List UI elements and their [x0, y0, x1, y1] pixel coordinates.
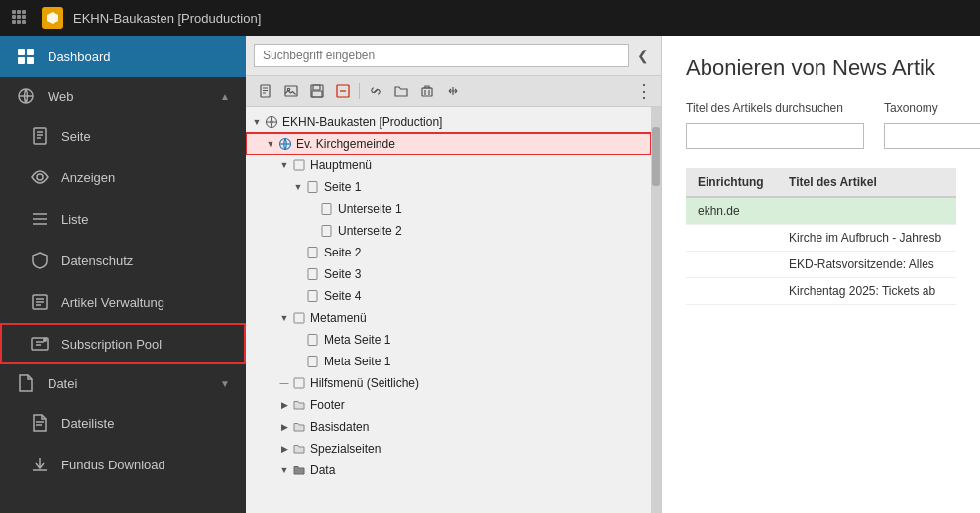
svg-rect-26	[308, 291, 317, 302]
tree-node-unterseite1-label: Unterseite 1	[338, 202, 402, 216]
sidebar-item-fundus-download[interactable]: Fundus Download	[0, 444, 246, 485]
col-einrichtung: Einrichtung	[686, 168, 777, 197]
folder-button[interactable]	[389, 80, 413, 102]
tree-node-seite1[interactable]: ▼ Seite 1	[246, 176, 651, 198]
sidebar-item-dashboard-label: Dashboard	[48, 50, 111, 64]
table-row[interactable]: Kirche im Aufbruch - Jahresb	[686, 225, 956, 252]
svg-rect-30	[294, 378, 304, 388]
delete-red-button[interactable]	[331, 80, 355, 102]
svg-rect-15	[312, 91, 322, 97]
filter-group-title: Titel des Artikels durchsuchen	[686, 101, 864, 149]
collapse-button[interactable]: ❮	[633, 46, 653, 65]
file-section-icon	[16, 373, 36, 393]
sidebar-section-web[interactable]: Web ▲	[0, 77, 246, 115]
arrow-icon: ▼	[277, 158, 291, 172]
tree-node-seite2[interactable]: ▶ Seite 2	[246, 242, 651, 263]
page-icon	[319, 223, 335, 239]
chevron-down-icon: ▼	[220, 378, 230, 389]
tree-node-unterseite1[interactable]: ▶ Unterseite 1	[246, 198, 651, 220]
tree-node-metamenu[interactable]: ▼ Metamenü	[246, 307, 651, 329]
folder-icon	[291, 441, 307, 457]
svg-rect-23	[322, 226, 331, 237]
app-title: EKHN-Baukasten [Produduction]	[73, 11, 261, 26]
sidebar: Dashboard Web ▲ Seite Anzeigen	[0, 36, 246, 513]
tree-node-unterseite2[interactable]: ▶ Unterseite 2	[246, 220, 651, 242]
titlebar: EKHN-Baukasten [Produduction]	[0, 0, 980, 36]
sidebar-item-seite[interactable]: Seite	[0, 115, 246, 156]
table-cell-einrichtung	[686, 278, 777, 305]
sidebar-item-artikel-verwaltung-label: Artikel Verwaltung	[61, 295, 164, 310]
move-button[interactable]	[441, 80, 465, 102]
tree-node-hauptmenu[interactable]: ▼ Hauptmenü	[246, 154, 651, 176]
tree-scrollbar[interactable]	[651, 107, 661, 513]
svg-rect-22	[322, 204, 331, 215]
new-doc-button[interactable]	[254, 80, 277, 102]
page-icon	[305, 288, 321, 304]
file-list-icon	[30, 413, 50, 433]
svg-rect-0	[18, 49, 25, 55]
svg-rect-28	[308, 335, 317, 346]
sidebar-item-datenschutz[interactable]: Datenschutz	[0, 240, 246, 281]
tree-node-data[interactable]: ▼ Data	[246, 460, 651, 481]
table-cell-einrichtung	[686, 225, 777, 252]
tree-panel: ❮	[246, 36, 662, 513]
tree-node-meta-seite1b-label: Meta Seite 1	[324, 355, 390, 368]
save-button[interactable]	[305, 80, 329, 102]
table-row[interactable]: Kirchentag 2025: Tickets ab	[686, 278, 956, 305]
sidebar-item-subscription-pool[interactable]: Subscription Pool	[0, 323, 246, 364]
tree-node-seite4[interactable]: ▶ Seite 4	[246, 285, 651, 307]
page-icon	[305, 332, 321, 348]
sidebar-item-anzeigen[interactable]: Anzeigen	[0, 156, 246, 198]
tree-node-basisdaten[interactable]: ▶ Basisdaten	[246, 416, 651, 438]
table-cell-titel	[777, 197, 956, 225]
tree-node-seite3[interactable]: ▶ Seite 3	[246, 263, 651, 285]
delete-button[interactable]	[415, 80, 439, 102]
tree-node-spezialseiten[interactable]: ▶ Spezialseiten	[246, 438, 651, 460]
tree-node-ev-kirchgemeinde[interactable]: ▼ Ev. Kirchgemeinde	[246, 133, 651, 154]
sidebar-item-artikel-verwaltung[interactable]: Artikel Verwaltung	[0, 281, 246, 323]
tree-node-root[interactable]: ▼ EKHN-Baukasten [Production]	[246, 111, 651, 133]
search-input[interactable]	[254, 44, 629, 67]
menu-icon	[291, 310, 307, 326]
web-icon	[16, 86, 36, 106]
sidebar-section-datei[interactable]: Datei ▼	[0, 364, 246, 402]
svg-rect-25	[308, 269, 317, 280]
arrow-icon: ▼	[277, 463, 291, 477]
page-icon	[305, 266, 321, 282]
tree-node-ev-kirchgemeinde-label: Ev. Kirchgemeinde	[296, 137, 395, 151]
table-row[interactable]: ekhn.de	[686, 197, 956, 225]
tree-node-hilfsmenu[interactable]: — Hilfsmenü (Seitliche)	[246, 372, 651, 394]
svg-rect-20	[294, 160, 304, 170]
page-icon	[305, 179, 321, 195]
svg-rect-5	[34, 128, 46, 144]
more-menu-button[interactable]: ⋮	[635, 80, 653, 102]
tree-node-hauptmenu-label: Hauptmenü	[310, 158, 372, 172]
arrow-icon: ▼	[250, 115, 264, 129]
article-icon	[30, 292, 50, 312]
folder-icon	[291, 397, 307, 413]
table-cell-titel: Kirchentag 2025: Tickets ab	[777, 278, 956, 305]
filter-taxonomy-input[interactable]	[884, 123, 980, 149]
tree-node-meta-seite1b[interactable]: ▶ Meta Seite 1	[246, 351, 651, 372]
tree-node-meta-seite1[interactable]: ▶ Meta Seite 1	[246, 329, 651, 351]
table-cell-einrichtung	[686, 252, 777, 278]
tree-node-footer[interactable]: ▶ Footer	[246, 394, 651, 416]
table-row[interactable]: EKD-Ratsvorsitzende: Alles	[686, 252, 956, 278]
root-icon	[264, 114, 279, 130]
page-icon	[305, 245, 321, 260]
tree-node-seite2-label: Seite 2	[324, 246, 361, 259]
image-button[interactable]	[279, 80, 303, 102]
list-icon	[30, 209, 50, 229]
sidebar-item-dashboard[interactable]: Dashboard	[0, 36, 246, 77]
no-arrow: ▶	[291, 289, 305, 303]
shield-icon	[30, 251, 50, 270]
link-button[interactable]	[364, 80, 387, 102]
tree-scrollbar-thumb[interactable]	[652, 127, 660, 186]
dashboard-icon	[16, 47, 36, 66]
svg-rect-2	[18, 57, 25, 64]
data-table: Einrichtung Titel des Artikel ekhn.de Ki…	[686, 168, 956, 305]
sidebar-item-liste[interactable]: Liste	[0, 198, 246, 240]
svg-rect-29	[308, 357, 317, 367]
filter-title-input[interactable]	[686, 123, 864, 149]
sidebar-item-dateiliste[interactable]: Dateiliste	[0, 402, 246, 444]
